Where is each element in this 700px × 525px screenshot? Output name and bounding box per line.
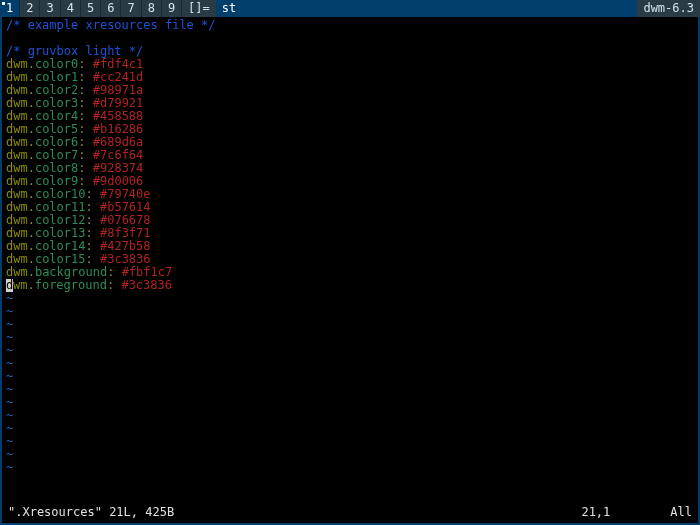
editor-line: ~ [6,344,694,357]
editor-line: ~ [6,357,694,370]
vim-status-pos: 21,1 [581,506,670,519]
dwm-tag-9[interactable]: 9 [162,0,182,17]
dwm-window-title: st [216,0,638,17]
editor-line: /* example xresources file */ [6,19,694,32]
dwm-tag-4[interactable]: 4 [61,0,81,17]
editor-line: ~ [6,448,694,461]
dwm-layout-symbol[interactable]: []= [182,0,216,17]
editor-line: ~ [6,318,694,331]
vim-status-line: ".Xresources" 21L, 425B 21,1 All [8,506,692,519]
dwm-status-text: dwm-6.3 [637,0,700,17]
dwm-bar: 123456789 []= st dwm-6.3 [0,0,700,17]
editor-line: ~ [6,461,694,474]
vim-status-file: ".Xresources" 21L, 425B [8,506,174,519]
dwm-tag-2[interactable]: 2 [20,0,40,17]
dwm-tags: 123456789 [0,0,182,17]
editor-line: ~ [6,331,694,344]
dwm-tag-6[interactable]: 6 [101,0,121,17]
editor-line: ~ [6,383,694,396]
terminal-editor[interactable]: /* example xresources file */ /* gruvbox… [0,17,700,525]
editor-line: ~ [6,422,694,435]
editor-line: ~ [6,370,694,383]
editor-line: ~ [6,396,694,409]
editor-line: dwm.foreground: #3c3836 [6,279,694,292]
dwm-tag-3[interactable]: 3 [40,0,60,17]
editor-line: ~ [6,409,694,422]
editor-buffer: /* example xresources file */ /* gruvbox… [6,19,694,474]
dwm-tag-5[interactable]: 5 [81,0,101,17]
editor-line: ~ [6,292,694,305]
vim-status-scroll: All [670,506,692,519]
dwm-tag-7[interactable]: 7 [121,0,141,17]
editor-line: ~ [6,305,694,318]
dwm-tag-8[interactable]: 8 [142,0,162,17]
dwm-tag-1[interactable]: 1 [0,0,20,17]
editor-line: ~ [6,435,694,448]
